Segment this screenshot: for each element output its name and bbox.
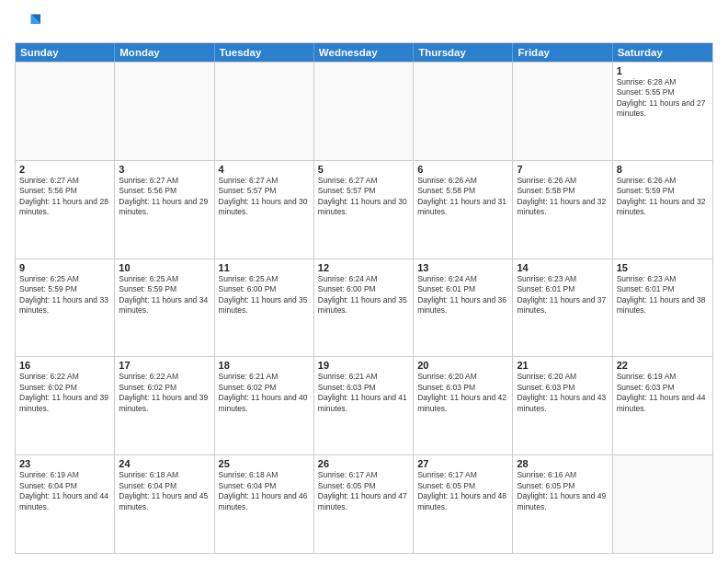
day-number: 28 <box>517 458 608 469</box>
day-info: Sunrise: 6:25 AM Sunset: 5:59 PM Dayligh… <box>119 274 210 316</box>
day-number: 27 <box>417 458 508 469</box>
day-number: 8 <box>617 164 709 175</box>
calendar-week-3: 16Sunrise: 6:22 AM Sunset: 6:02 PM Dayli… <box>16 356 712 454</box>
day-info: Sunrise: 6:24 AM Sunset: 6:01 PM Dayligh… <box>417 274 508 316</box>
day-cell-23: 23Sunrise: 6:19 AM Sunset: 6:04 PM Dayli… <box>16 455 115 553</box>
day-number: 18 <box>219 360 310 371</box>
day-of-week-friday: Friday <box>513 43 612 62</box>
day-number: 12 <box>318 262 409 273</box>
calendar-header: SundayMondayTuesdayWednesdayThursdayFrid… <box>16 43 712 62</box>
day-number: 26 <box>318 458 409 469</box>
day-info: Sunrise: 6:22 AM Sunset: 6:02 PM Dayligh… <box>119 372 210 414</box>
day-of-week-saturday: Saturday <box>613 43 712 62</box>
calendar-week-0: 1Sunrise: 6:28 AM Sunset: 5:55 PM Daylig… <box>16 62 712 160</box>
day-cell-14: 14Sunrise: 6:23 AM Sunset: 6:01 PM Dayli… <box>513 259 612 357</box>
day-info: Sunrise: 6:17 AM Sunset: 6:05 PM Dayligh… <box>318 470 409 512</box>
day-info: Sunrise: 6:26 AM Sunset: 5:58 PM Dayligh… <box>417 176 508 218</box>
day-number: 21 <box>517 360 608 371</box>
day-number: 2 <box>19 164 110 175</box>
day-number: 22 <box>617 360 709 371</box>
day-cell-5: 5Sunrise: 6:27 AM Sunset: 5:57 PM Daylig… <box>314 161 414 259</box>
day-cell-empty <box>414 63 513 160</box>
header <box>15 11 713 37</box>
day-cell-22: 22Sunrise: 6:19 AM Sunset: 6:03 PM Dayli… <box>613 357 712 454</box>
day-cell-19: 19Sunrise: 6:21 AM Sunset: 6:03 PM Dayli… <box>314 357 414 454</box>
day-cell-1: 1Sunrise: 6:28 AM Sunset: 5:55 PM Daylig… <box>613 63 712 160</box>
calendar-body: 1Sunrise: 6:28 AM Sunset: 5:55 PM Daylig… <box>16 62 712 553</box>
day-cell-25: 25Sunrise: 6:18 AM Sunset: 6:04 PM Dayli… <box>215 455 314 553</box>
day-info: Sunrise: 6:27 AM Sunset: 5:57 PM Dayligh… <box>318 176 409 218</box>
day-cell-20: 20Sunrise: 6:20 AM Sunset: 6:03 PM Dayli… <box>414 357 513 454</box>
day-number: 23 <box>19 458 110 469</box>
day-cell-11: 11Sunrise: 6:25 AM Sunset: 6:00 PM Dayli… <box>215 259 314 357</box>
day-cell-13: 13Sunrise: 6:24 AM Sunset: 6:01 PM Dayli… <box>414 259 513 357</box>
day-number: 11 <box>219 262 310 273</box>
day-cell-16: 16Sunrise: 6:22 AM Sunset: 6:02 PM Dayli… <box>16 357 115 454</box>
day-number: 17 <box>119 360 210 371</box>
day-cell-3: 3Sunrise: 6:27 AM Sunset: 5:56 PM Daylig… <box>115 161 214 259</box>
day-of-week-thursday: Thursday <box>414 43 513 62</box>
day-cell-empty <box>115 63 214 160</box>
day-number: 13 <box>417 262 508 273</box>
day-cell-empty <box>314 63 414 160</box>
day-cell-7: 7Sunrise: 6:26 AM Sunset: 5:58 PM Daylig… <box>513 161 612 259</box>
day-info: Sunrise: 6:18 AM Sunset: 6:04 PM Dayligh… <box>119 470 210 512</box>
calendar-week-4: 23Sunrise: 6:19 AM Sunset: 6:04 PM Dayli… <box>16 454 712 553</box>
day-info: Sunrise: 6:21 AM Sunset: 6:03 PM Dayligh… <box>318 372 409 414</box>
day-number: 20 <box>417 360 508 371</box>
day-cell-empty <box>215 63 314 160</box>
day-number: 5 <box>318 164 409 175</box>
day-cell-24: 24Sunrise: 6:18 AM Sunset: 6:04 PM Dayli… <box>115 455 214 553</box>
day-info: Sunrise: 6:25 AM Sunset: 6:00 PM Dayligh… <box>219 274 310 316</box>
day-info: Sunrise: 6:27 AM Sunset: 5:56 PM Dayligh… <box>19 176 110 218</box>
day-number: 25 <box>219 458 310 469</box>
day-number: 16 <box>19 360 110 371</box>
logo <box>15 11 44 37</box>
day-number: 4 <box>219 164 310 175</box>
day-number: 7 <box>517 164 608 175</box>
day-info: Sunrise: 6:19 AM Sunset: 6:03 PM Dayligh… <box>617 372 709 414</box>
day-cell-4: 4Sunrise: 6:27 AM Sunset: 5:57 PM Daylig… <box>215 161 314 259</box>
day-number: 19 <box>318 360 409 371</box>
day-cell-2: 2Sunrise: 6:27 AM Sunset: 5:56 PM Daylig… <box>16 161 115 259</box>
day-cell-12: 12Sunrise: 6:24 AM Sunset: 6:00 PM Dayli… <box>314 259 414 357</box>
day-cell-27: 27Sunrise: 6:17 AM Sunset: 6:05 PM Dayli… <box>414 455 513 553</box>
day-cell-17: 17Sunrise: 6:22 AM Sunset: 6:02 PM Dayli… <box>115 357 214 454</box>
day-of-week-wednesday: Wednesday <box>314 43 414 62</box>
day-info: Sunrise: 6:26 AM Sunset: 5:59 PM Dayligh… <box>617 176 709 218</box>
day-info: Sunrise: 6:25 AM Sunset: 5:59 PM Dayligh… <box>19 274 110 316</box>
day-cell-empty <box>16 63 115 160</box>
day-info: Sunrise: 6:19 AM Sunset: 6:04 PM Dayligh… <box>19 470 110 512</box>
day-cell-6: 6Sunrise: 6:26 AM Sunset: 5:58 PM Daylig… <box>414 161 513 259</box>
day-cell-8: 8Sunrise: 6:26 AM Sunset: 5:59 PM Daylig… <box>613 161 712 259</box>
day-cell-10: 10Sunrise: 6:25 AM Sunset: 5:59 PM Dayli… <box>115 259 214 357</box>
day-info: Sunrise: 6:28 AM Sunset: 5:55 PM Dayligh… <box>617 77 709 120</box>
day-info: Sunrise: 6:22 AM Sunset: 6:02 PM Dayligh… <box>19 372 110 414</box>
day-info: Sunrise: 6:20 AM Sunset: 6:03 PM Dayligh… <box>517 372 608 414</box>
day-cell-18: 18Sunrise: 6:21 AM Sunset: 6:02 PM Dayli… <box>215 357 314 454</box>
day-cell-28: 28Sunrise: 6:16 AM Sunset: 6:05 PM Dayli… <box>513 455 612 553</box>
day-info: Sunrise: 6:20 AM Sunset: 6:03 PM Dayligh… <box>417 372 508 414</box>
day-number: 14 <box>517 262 608 273</box>
calendar-week-2: 9Sunrise: 6:25 AM Sunset: 5:59 PM Daylig… <box>16 259 712 357</box>
day-cell-9: 9Sunrise: 6:25 AM Sunset: 5:59 PM Daylig… <box>16 259 115 357</box>
page: SundayMondayTuesdayWednesdayThursdayFrid… <box>0 0 728 563</box>
day-cell-26: 26Sunrise: 6:17 AM Sunset: 6:05 PM Dayli… <box>314 455 414 553</box>
day-info: Sunrise: 6:26 AM Sunset: 5:58 PM Dayligh… <box>517 176 608 218</box>
day-number: 6 <box>417 164 508 175</box>
calendar: SundayMondayTuesdayWednesdayThursdayFrid… <box>15 42 713 554</box>
day-number: 15 <box>617 262 709 273</box>
day-info: Sunrise: 6:21 AM Sunset: 6:02 PM Dayligh… <box>219 372 310 414</box>
day-info: Sunrise: 6:24 AM Sunset: 6:00 PM Dayligh… <box>318 274 409 316</box>
day-number: 10 <box>119 262 210 273</box>
day-info: Sunrise: 6:17 AM Sunset: 6:05 PM Dayligh… <box>417 470 508 512</box>
calendar-week-1: 2Sunrise: 6:27 AM Sunset: 5:56 PM Daylig… <box>16 160 712 259</box>
day-cell-empty <box>513 63 612 160</box>
day-of-week-tuesday: Tuesday <box>215 43 314 62</box>
day-info: Sunrise: 6:16 AM Sunset: 6:05 PM Dayligh… <box>517 470 608 512</box>
day-of-week-monday: Monday <box>115 43 214 62</box>
day-number: 3 <box>119 164 210 175</box>
day-info: Sunrise: 6:23 AM Sunset: 6:01 PM Dayligh… <box>617 274 709 316</box>
day-cell-21: 21Sunrise: 6:20 AM Sunset: 6:03 PM Dayli… <box>513 357 612 454</box>
day-cell-15: 15Sunrise: 6:23 AM Sunset: 6:01 PM Dayli… <box>613 259 712 357</box>
